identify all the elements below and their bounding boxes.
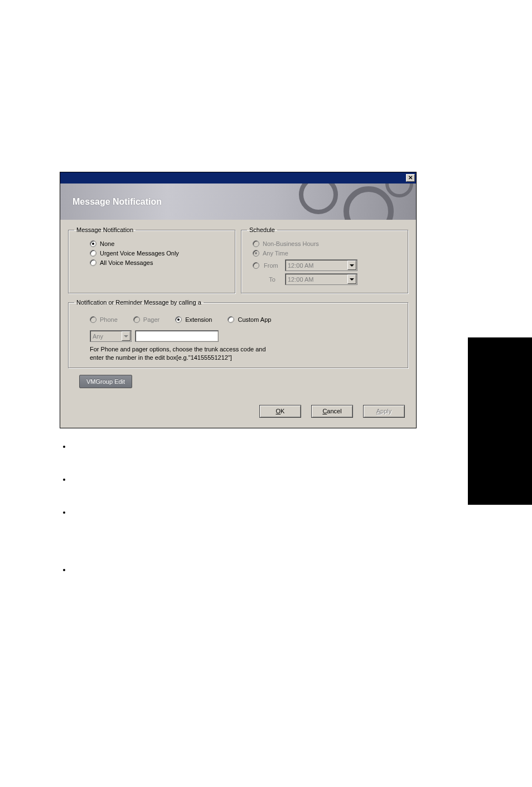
cancel-button[interactable]: Cancel: [311, 405, 353, 418]
radio-icon: [253, 240, 259, 247]
radio-label: Pager: [143, 316, 159, 323]
radio-any-time: Any Time: [247, 250, 402, 257]
dialog-titlebar: ✕: [60, 172, 417, 184]
chevron-down-icon: [347, 274, 356, 284]
button-label: OK: [276, 408, 285, 414]
gear-icon: [299, 184, 338, 214]
combo-value: 12:00 AM: [288, 262, 313, 269]
radio-label: Phone: [100, 316, 118, 323]
radio-custom-app[interactable]: Custom App: [228, 316, 271, 323]
group-legend: Schedule: [247, 226, 277, 233]
number-input[interactable]: [135, 330, 219, 342]
button-label: VMGroup Edit: [86, 378, 125, 385]
message-notification-dialog: ✕ Message Notification Message Notificat…: [60, 172, 417, 428]
radio-icon: [175, 316, 182, 323]
radio-icon: [90, 259, 96, 266]
button-label: Apply: [376, 408, 392, 414]
radio-icon: [228, 316, 234, 323]
radio-all[interactable]: All Voice Messages: [74, 259, 229, 266]
schedule-to-combo: 12:00 AM: [285, 273, 357, 285]
list-item: [71, 508, 74, 516]
gear-icon: [344, 186, 394, 220]
radio-icon: [90, 316, 96, 323]
from-label: From: [264, 262, 280, 269]
radio-icon: [253, 250, 259, 257]
page-black-strip: [468, 337, 532, 505]
dialog-body: Message Notification None Urgent Voice M…: [60, 220, 417, 428]
schedule-from-combo: 12:00 AM: [285, 259, 357, 271]
apply-button: Apply: [363, 405, 405, 418]
radio-label: Non-Business Hours: [263, 240, 319, 247]
close-icon: ✕: [408, 175, 413, 181]
page-bullets: [60, 442, 74, 598]
radio-label: Any Time: [263, 250, 288, 257]
radio-none[interactable]: None: [74, 240, 229, 247]
radio-urgent[interactable]: Urgent Voice Messages Only: [74, 250, 229, 257]
group-call-method: Notification or Reminder Message by call…: [68, 299, 408, 368]
combo-value: Any: [93, 333, 103, 340]
close-button[interactable]: ✕: [406, 174, 415, 182]
to-label: To: [264, 276, 280, 283]
vmgroup-edit-button[interactable]: VMGroup Edit: [79, 375, 132, 388]
radio-non-business: Non-Business Hours: [247, 240, 402, 247]
dialog-banner: Message Notification: [60, 184, 417, 220]
radio-label: All Voice Messages: [100, 259, 153, 266]
list-item: [71, 442, 74, 451]
radio-label: Urgent Voice Messages Only: [100, 250, 179, 257]
radio-icon: [90, 250, 96, 257]
banner-title: Message Notification: [60, 197, 162, 207]
radio-pager: Pager: [133, 316, 159, 323]
radio-label: Custom App: [238, 316, 271, 323]
trunk-combo: Any: [90, 330, 132, 342]
list-item: [71, 475, 74, 484]
radio-label: None: [100, 240, 114, 247]
help-text: For Phone and pager options, choose the …: [74, 345, 280, 362]
group-message-notification: Message Notification None Urgent Voice M…: [68, 226, 235, 293]
ok-button[interactable]: OK: [259, 405, 301, 418]
radio-icon: [133, 316, 140, 323]
list-item: [71, 566, 74, 574]
radio-phone: Phone: [90, 316, 118, 323]
group-legend: Notification or Reminder Message by call…: [74, 299, 204, 306]
radio-icon: [90, 240, 96, 247]
gear-icon: [385, 184, 413, 197]
chevron-down-icon: [347, 260, 356, 270]
radio-extension[interactable]: Extension: [175, 316, 212, 323]
radio-from: [253, 262, 259, 269]
radio-label: Extension: [185, 316, 212, 323]
group-schedule: Schedule Non-Business Hours Any Time Fro…: [241, 226, 408, 293]
combo-value: 12:00 AM: [288, 276, 313, 283]
chevron-down-icon: [122, 331, 130, 341]
group-legend: Message Notification: [74, 226, 136, 233]
button-label: Cancel: [322, 408, 341, 414]
